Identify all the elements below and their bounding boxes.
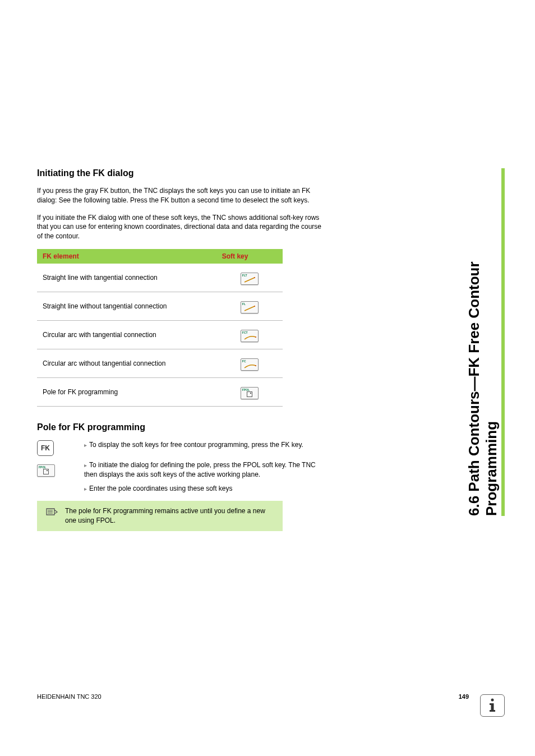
page-number: 149	[459, 693, 469, 700]
table-row: Circular arc without tangential connecti…	[37, 349, 283, 377]
svg-point-3	[255, 365, 256, 366]
svg-point-2	[255, 336, 256, 338]
page-footer: HEIDENHAIN TNC 320 149	[37, 693, 469, 700]
table-header-fk-element: FK element	[37, 249, 216, 264]
footer-product-name: HEIDENHAIN TNC 320	[37, 693, 102, 700]
table-row: Circular arc with tangential connection …	[37, 320, 283, 349]
step-row-enter-pole: Enter the pole coordinates using these s…	[37, 484, 323, 494]
softkey-fpol-icon: FPOL	[241, 387, 259, 399]
main-content: Initiating the FK dialog If you press th…	[37, 168, 323, 531]
step-text: Enter the pole coordinates using these s…	[84, 484, 323, 494]
pole-section: Pole for FK programming FK To display th…	[37, 422, 323, 531]
fk-element-label: Circular arc without tangential connecti…	[37, 349, 216, 377]
softkey-fl-icon: FL	[241, 301, 259, 314]
heading-initiating-fk-dialog: Initiating the FK dialog	[37, 168, 323, 178]
fk-element-label: Straight line with tangential connection	[37, 264, 216, 292]
svg-point-0	[254, 277, 255, 278]
sidebar-chapter-title: 6.6 Path Contours—FK Free Contour Progra…	[465, 168, 500, 516]
note-box: The pole for FK programming remains acti…	[37, 501, 283, 531]
table-row: Straight line with tangential connection…	[37, 264, 283, 292]
fk-element-label: Straight line without tangential connect…	[37, 292, 216, 320]
softkey-fc-icon: FC	[241, 358, 259, 371]
table-header-soft-key: Soft key	[216, 249, 283, 264]
para-fk-button-intro: If you press the gray FK button, the TNC…	[37, 186, 323, 205]
softkey-fct-icon: FCT	[241, 330, 259, 342]
table-row: Straight line without tangential connect…	[37, 292, 283, 320]
note-text: The pole for FK programming remains acti…	[65, 506, 275, 525]
step-text: To display the soft keys for free contou…	[84, 440, 323, 450]
table-row: Pole for FK programming FPOL	[37, 377, 283, 406]
fk-element-label: Pole for FK programming	[37, 377, 216, 406]
sidebar-accent-bar	[501, 168, 505, 516]
step-text: To initiate the dialog for defining the …	[84, 460, 323, 480]
step-row-fpol-key: FPOL To initiate the dialog for defining…	[37, 460, 323, 480]
fk-hardkey-icon: FK	[37, 440, 54, 456]
svg-rect-9	[490, 703, 494, 705]
svg-point-7	[491, 699, 494, 702]
softkey-fpol-icon: FPOL	[37, 464, 55, 477]
para-fk-softkey-rows: If you initiate the FK dialog with one o…	[37, 213, 323, 241]
info-icon	[480, 694, 505, 717]
svg-point-1	[254, 306, 255, 307]
fk-elements-table: FK element Soft key Straight line with t…	[37, 249, 283, 407]
heading-pole-fk-programming: Pole for FK programming	[37, 422, 323, 432]
fk-element-label: Circular arc with tangential connection	[37, 320, 216, 349]
note-icon	[45, 506, 58, 518]
step-row-fk-key: FK To display the soft keys for free con…	[37, 440, 323, 456]
softkey-flt-icon: FLT	[241, 273, 259, 285]
svg-rect-10	[490, 710, 495, 712]
